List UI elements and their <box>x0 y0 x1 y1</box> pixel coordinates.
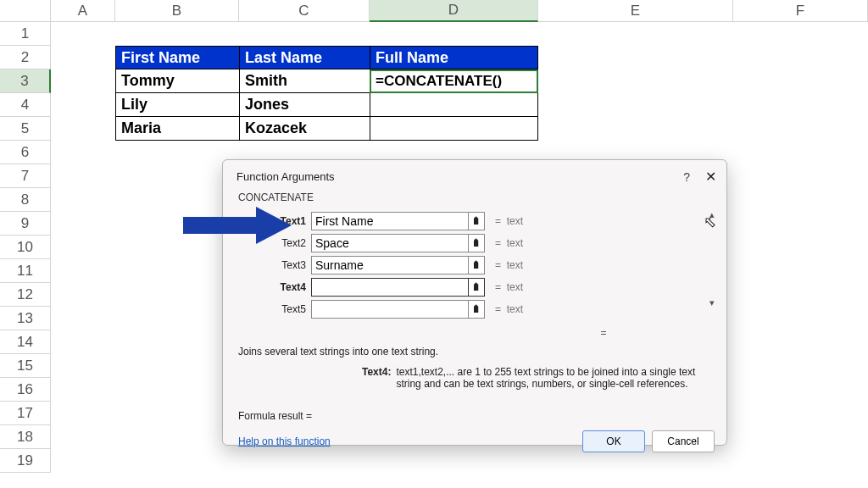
row-head-4[interactable]: 4 <box>0 93 51 117</box>
row-head-10[interactable]: 10 <box>0 236 51 259</box>
cell-c3[interactable]: Smith <box>239 69 370 93</box>
row-head-9[interactable]: 9 <box>0 212 51 236</box>
row-head-3[interactable]: 3 <box>0 69 51 93</box>
row-head-5[interactable]: 5 <box>0 117 51 141</box>
col-head-e[interactable]: E <box>538 0 733 22</box>
formula-result-label: Formula result = <box>223 398 726 427</box>
row-head-14[interactable]: 14 <box>0 330 51 354</box>
col-head-b[interactable]: B <box>115 0 239 22</box>
arg-preview-text3: = text <box>495 259 523 271</box>
row-head-11[interactable]: 11 <box>0 259 51 283</box>
row-head-1[interactable]: 1 <box>0 22 51 46</box>
arg-input-text4[interactable] <box>311 278 469 297</box>
arg-preview-text1: = text <box>495 215 523 227</box>
parameter-help: Text4: text1,text2,... are 1 to 255 text… <box>223 364 726 398</box>
cell-d5[interactable] <box>370 117 538 141</box>
row-head-17[interactable]: 17 <box>0 402 51 425</box>
cell-d4[interactable] <box>370 93 538 117</box>
col-head-c[interactable]: C <box>239 0 370 22</box>
row-head-6[interactable]: 6 <box>0 141 51 164</box>
header-first-name[interactable]: First Name <box>115 46 239 69</box>
arg-label-text4: Text4 <box>235 281 311 293</box>
arg-input-text3[interactable] <box>311 256 469 274</box>
arg-preview-text2: = text <box>495 237 523 249</box>
row-head-19[interactable]: 19 <box>0 449 51 473</box>
scroll-up-icon[interactable]: ▴ <box>709 209 715 220</box>
row-head-2[interactable]: 2 <box>0 46 51 69</box>
ok-button[interactable]: OK <box>582 430 645 452</box>
grid-corner <box>0 0 51 22</box>
cell-b4[interactable]: Lily <box>115 93 239 117</box>
cell-c5[interactable]: Kozacek <box>239 117 370 141</box>
row-head-16[interactable]: 16 <box>0 378 51 402</box>
range-selector-icon[interactable]: 🠵 <box>468 300 485 319</box>
col-head-a[interactable]: A <box>51 0 115 22</box>
help-on-function-link[interactable]: Help on this function <box>238 435 331 447</box>
function-arguments-dialog: Function Arguments ? ✕ CONCATENATE Text1… <box>222 159 727 446</box>
row-head-7[interactable]: 7 <box>0 164 51 188</box>
cell-b5[interactable]: Maria <box>115 117 239 141</box>
help-icon[interactable]: ? <box>683 170 690 184</box>
row-head-13[interactable]: 13 <box>0 307 51 330</box>
arg-input-text1[interactable] <box>311 212 469 230</box>
cell-d3-active[interactable]: =CONCATENATE() <box>370 69 538 93</box>
function-description: Joins several text strings into one text… <box>223 346 726 364</box>
arg-input-text2[interactable] <box>311 234 469 252</box>
function-name-label: CONCATENATE <box>223 188 726 207</box>
dialog-title: Function Arguments <box>236 170 335 183</box>
row-head-8[interactable]: 8 <box>0 188 51 212</box>
arg-preview-text4: = text <box>495 281 523 293</box>
row-head-12[interactable]: 12 <box>0 283 51 307</box>
range-selector-icon[interactable]: 🠵 <box>468 234 485 252</box>
row-head-15[interactable]: 15 <box>0 354 51 378</box>
result-preview-equals: = <box>223 324 726 346</box>
range-selector-icon[interactable]: 🠵 <box>468 256 485 274</box>
close-icon[interactable]: ✕ <box>705 169 716 185</box>
cancel-button[interactable]: Cancel <box>652 430 715 452</box>
arg-input-text5[interactable] <box>311 300 469 319</box>
range-selector-icon[interactable]: 🠵 <box>468 212 485 230</box>
arg-label-text3: Text3 <box>235 259 311 271</box>
scroll-down-icon[interactable]: ▾ <box>709 297 715 308</box>
arg-preview-text5: = text <box>495 303 523 315</box>
arg-label-text2: Text2 <box>235 237 311 249</box>
row-head-18[interactable]: 18 <box>0 425 51 449</box>
range-selector-icon[interactable]: 🠵 <box>468 278 485 297</box>
col-head-d[interactable]: D <box>370 0 538 22</box>
arg-label-text1: Text1 <box>235 215 311 227</box>
header-full-name[interactable]: Full Name <box>370 46 538 69</box>
argument-list: Text1 🠵 = text Text2 🠵 = text Text3 🠵 = … <box>223 207 726 324</box>
header-last-name[interactable]: Last Name <box>239 46 370 69</box>
cell-b3[interactable]: Tommy <box>115 69 239 93</box>
arg-label-text5: Text5 <box>235 303 311 315</box>
col-head-f[interactable]: F <box>733 0 868 22</box>
cell-c4[interactable]: Jones <box>239 93 370 117</box>
